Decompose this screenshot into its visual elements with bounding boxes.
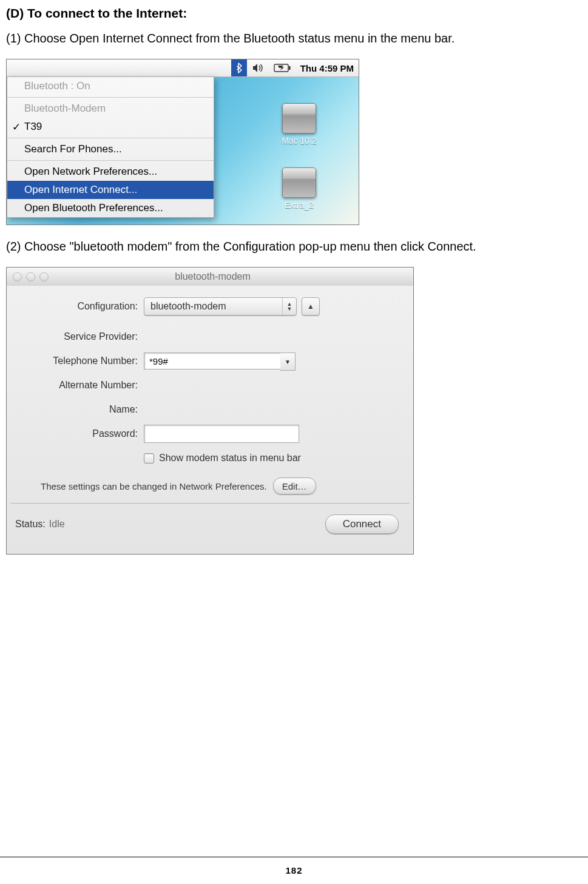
figure-bluetooth-menu: Thu 4:59 PM Bluetooth : On Bluetooth-Mod… bbox=[6, 59, 359, 225]
drive-label: Extra_2 bbox=[280, 200, 319, 210]
label-configuration: Configuration: bbox=[7, 301, 144, 312]
bluetooth-dropdown-menu: Bluetooth : On Bluetooth-Modem T39 Searc… bbox=[7, 76, 214, 218]
svg-rect-1 bbox=[289, 66, 291, 70]
traffic-lights bbox=[7, 272, 49, 282]
section-heading: (D) To connect to the Internet: bbox=[6, 6, 582, 21]
harddisk-icon bbox=[282, 167, 316, 198]
menu-separator bbox=[7, 97, 214, 98]
menu-section-bluetooth-modem: Bluetooth-Modem bbox=[7, 100, 214, 118]
label-telephone-number: Telephone Number: bbox=[7, 356, 144, 366]
configuration-popup-value: bluetooth-modem bbox=[144, 301, 282, 312]
triangle-up-icon: ▲ bbox=[307, 302, 314, 311]
window-title: bluetooth-modem bbox=[49, 271, 377, 282]
menu-item-open-network-prefs[interactable]: Open Network Preferences... bbox=[7, 163, 214, 181]
password-input[interactable] bbox=[144, 425, 299, 443]
battery-menu-extra[interactable] bbox=[269, 59, 296, 76]
configuration-popup[interactable]: bluetooth-modem ▲▼ bbox=[144, 297, 297, 315]
window-titlebar: bluetooth-modem bbox=[7, 268, 413, 286]
desktop-drive-2[interactable]: Extra_2 bbox=[280, 167, 319, 210]
desktop-drive-1[interactable]: Mac 10.2 bbox=[280, 103, 319, 146]
volume-menu-extra[interactable] bbox=[247, 59, 269, 76]
step-1-text: (1) Choose Open Internet Connect from th… bbox=[6, 32, 582, 46]
dropdown-arrow-icon[interactable]: ▼ bbox=[280, 353, 296, 371]
harddisk-icon bbox=[282, 103, 316, 133]
page-number: 182 bbox=[0, 865, 588, 876]
status-value: Idle bbox=[49, 519, 65, 530]
figure-internet-connect-window: bluetooth-modem Configuration: bluetooth… bbox=[6, 267, 414, 555]
minimize-button[interactable] bbox=[26, 272, 35, 282]
zoom-button[interactable] bbox=[39, 272, 49, 282]
window-body: Configuration: bluetooth-modem ▲▼ ▲ Serv… bbox=[7, 286, 413, 554]
label-name: Name: bbox=[7, 404, 144, 415]
label-status: Status: bbox=[15, 519, 46, 530]
network-prefs-note: These settings can be changed in Network… bbox=[41, 481, 267, 491]
menu-item-search-phones[interactable]: Search For Phones... bbox=[7, 140, 214, 158]
updown-arrows-icon: ▲▼ bbox=[282, 298, 296, 315]
volume-icon bbox=[252, 63, 264, 73]
label-show-status: Show modem status in menu bar bbox=[159, 453, 301, 464]
menu-separator bbox=[7, 160, 214, 161]
telephone-number-input[interactable] bbox=[144, 353, 296, 369]
bluetooth-menu-extra[interactable] bbox=[231, 59, 247, 76]
menu-header-bluetooth-on: Bluetooth : On bbox=[7, 77, 214, 95]
edit-button[interactable]: Edit… bbox=[273, 477, 316, 494]
bluetooth-icon bbox=[235, 62, 243, 73]
telephone-number-field[interactable]: ▼ bbox=[144, 353, 296, 369]
battery-icon bbox=[274, 64, 291, 72]
step-2-text: (2) Choose "bluetooth modem" from the Co… bbox=[6, 240, 582, 254]
close-button[interactable] bbox=[13, 272, 22, 282]
menubar-clock[interactable]: Thu 4:59 PM bbox=[296, 59, 359, 76]
drive-label: Mac 10.2 bbox=[280, 136, 319, 146]
menu-item-open-internet-connect[interactable]: Open Internet Connect... bbox=[7, 181, 214, 199]
menu-item-device-t39[interactable]: T39 bbox=[7, 118, 214, 136]
connect-button[interactable]: Connect bbox=[325, 515, 399, 534]
label-alternate-number: Alternate Number: bbox=[7, 380, 144, 391]
disclosure-toggle-button[interactable]: ▲ bbox=[302, 297, 320, 315]
menu-item-open-bluetooth-prefs[interactable]: Open Bluetooth Preferences... bbox=[7, 199, 214, 217]
show-status-checkbox[interactable] bbox=[144, 453, 154, 464]
menu-separator bbox=[7, 138, 214, 138]
page-footer-rule bbox=[0, 857, 588, 857]
label-password: Password: bbox=[7, 428, 144, 439]
label-service-provider: Service Provider: bbox=[7, 331, 144, 342]
menubar: Thu 4:59 PM bbox=[7, 59, 359, 77]
